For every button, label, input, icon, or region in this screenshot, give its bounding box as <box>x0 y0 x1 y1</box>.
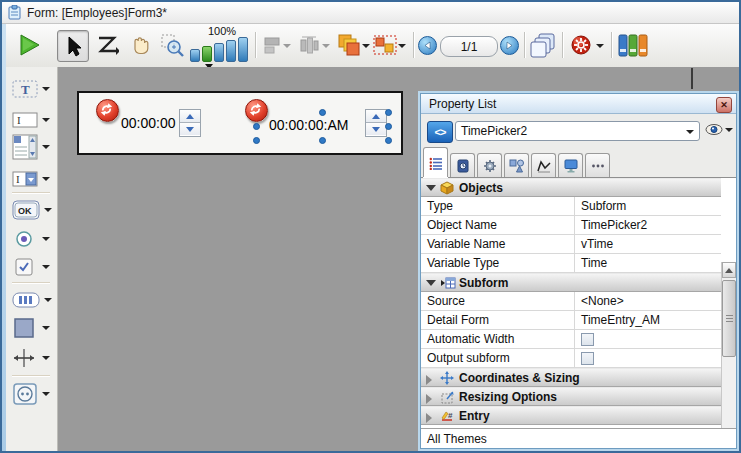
zoom-scale-widget[interactable]: 100% <box>190 27 250 65</box>
tab-events[interactable] <box>531 153 556 177</box>
section-header-entry[interactable]: # Entry <box>421 406 721 425</box>
level-dropdown-caret[interactable] <box>362 44 370 48</box>
zoom-bar-200[interactable] <box>214 43 224 62</box>
selection-handle[interactable] <box>385 137 392 144</box>
section-header-coordinates[interactable]: Coordinates & Sizing <box>421 368 721 387</box>
tool-button[interactable]: OK <box>12 198 56 222</box>
library-button[interactable] <box>615 30 651 60</box>
property-row-automatic-width[interactable]: Automatic Width <box>421 330 721 349</box>
tab-display[interactable] <box>558 153 583 177</box>
previous-page-button[interactable] <box>416 30 438 60</box>
select-tool-button[interactable] <box>57 30 89 62</box>
selection-handle[interactable] <box>253 123 260 130</box>
zoom-bar-800[interactable] <box>238 37 248 62</box>
selection-handle[interactable] <box>319 109 326 116</box>
tool-dropdown-caret[interactable] <box>42 237 50 241</box>
stepper-up-button[interactable] <box>366 110 386 123</box>
property-row-variable-name[interactable]: Variable Name vTime <box>421 235 721 254</box>
selection-handle[interactable] <box>385 109 392 116</box>
close-button[interactable]: ✕ <box>716 97 732 113</box>
timepicker2-value[interactable]: 00:00:00:AM <box>269 117 348 133</box>
tab-properties[interactable] <box>423 147 448 177</box>
tool-combo-box[interactable]: I <box>12 167 56 191</box>
property-value[interactable]: <None> <box>581 294 624 308</box>
scroll-up-button[interactable] <box>722 262 736 278</box>
selection-handle[interactable] <box>319 137 326 144</box>
tab-book[interactable] <box>450 153 475 177</box>
selection-handle[interactable] <box>385 123 392 130</box>
view-options-button[interactable] <box>705 123 733 139</box>
object-navigate-button[interactable]: <> <box>427 121 453 143</box>
zoom-bar-400[interactable] <box>226 40 236 62</box>
tab-objects[interactable] <box>504 153 529 177</box>
property-row-variable-type[interactable]: Variable Type Time <box>421 254 721 273</box>
timepicker2-stepper[interactable] <box>365 109 387 137</box>
section-header-subform[interactable]: Subform <box>421 273 721 292</box>
object-method-button[interactable] <box>566 30 596 60</box>
expand-triangle-icon[interactable] <box>426 394 432 404</box>
collapse-triangle-icon[interactable] <box>426 280 436 286</box>
timepicker1-stepper[interactable] <box>179 109 201 137</box>
tool-dropdown-caret[interactable] <box>44 298 52 302</box>
zoom-tool-button[interactable] <box>157 30 187 60</box>
property-list-titlebar[interactable]: Property List ✕ <box>421 94 736 114</box>
property-value[interactable]: TimeEntry_AM <box>581 313 660 327</box>
property-row-type[interactable]: Type Subform <box>421 197 721 216</box>
zoom-bar-50[interactable] <box>190 49 200 62</box>
property-row-source[interactable]: Source <None> <box>421 292 721 311</box>
stepper-up-button[interactable] <box>180 110 200 123</box>
expand-triangle-icon[interactable] <box>426 375 432 385</box>
tool-dropdown-caret[interactable] <box>42 265 50 269</box>
selection-handle[interactable] <box>253 137 260 144</box>
tool-input[interactable]: I <box>12 108 56 132</box>
tool-splitter[interactable] <box>12 346 56 370</box>
theme-filter-bar[interactable]: All Themes <box>421 428 736 448</box>
view-options-caret[interactable] <box>725 128 733 132</box>
property-row-object-name[interactable]: Object Name TimePicker2 <box>421 216 721 235</box>
zoom-scale-bars[interactable] <box>190 37 248 62</box>
tool-dropdown-caret[interactable] <box>42 118 50 122</box>
tool-dropdown-caret[interactable] <box>42 326 50 330</box>
collapse-triangle-icon[interactable] <box>426 185 436 191</box>
scrollbar-thumb[interactable] <box>722 280 736 357</box>
group-button[interactable] <box>370 30 400 60</box>
next-page-button[interactable] <box>498 30 520 60</box>
tool-static-text[interactable]: T <box>12 77 56 101</box>
form-area[interactable]: 00:00:00 00:00:00:AM <box>77 91 403 155</box>
zoom-bar-100[interactable] <box>202 46 212 62</box>
section-header-resizing[interactable]: Resizing Options <box>421 387 721 406</box>
tool-dropdown-caret[interactable] <box>42 392 50 396</box>
property-row-output-subform[interactable]: Output subform <box>421 349 721 368</box>
property-value[interactable]: TimePicker2 <box>581 218 647 232</box>
tab-settings[interactable] <box>477 153 502 177</box>
tool-dropdown-caret[interactable] <box>44 208 52 212</box>
tool-dropdown-caret[interactable] <box>42 87 50 91</box>
timepicker1-value[interactable]: 00:00:00 <box>121 115 176 131</box>
tab-more[interactable] <box>585 153 610 177</box>
property-value[interactable]: Subform <box>581 199 626 213</box>
entry-order-tool-button[interactable] <box>92 30 122 60</box>
object-method-dropdown-caret[interactable] <box>596 44 604 48</box>
execute-form-button[interactable] <box>14 30 44 60</box>
automatic-width-checkbox[interactable] <box>581 333 594 346</box>
subform-badge-icon[interactable] <box>245 99 268 122</box>
tool-rectangle[interactable] <box>12 316 56 340</box>
form-pages-button[interactable] <box>528 30 558 60</box>
property-value[interactable]: Time <box>581 256 607 270</box>
tool-dropdown-caret[interactable] <box>42 177 50 181</box>
tool-button-grid[interactable] <box>12 288 56 312</box>
subform-badge-icon[interactable] <box>96 99 119 122</box>
tool-list-box[interactable] <box>12 133 56 161</box>
stepper-down-button[interactable] <box>366 123 386 135</box>
output-subform-checkbox[interactable] <box>581 352 594 365</box>
stepper-down-button[interactable] <box>180 123 200 135</box>
tool-check-box[interactable] <box>12 255 56 279</box>
property-value[interactable]: vTime <box>581 237 613 251</box>
tool-radio-button[interactable] <box>12 227 56 251</box>
group-dropdown-caret[interactable] <box>398 44 406 48</box>
expand-triangle-icon[interactable] <box>426 413 432 423</box>
combo-dropdown-caret[interactable] <box>686 130 694 134</box>
tool-plugin-area[interactable] <box>12 382 56 406</box>
section-header-objects[interactable]: Objects <box>421 178 721 197</box>
page-counter-field[interactable]: 1/1 <box>440 36 498 57</box>
